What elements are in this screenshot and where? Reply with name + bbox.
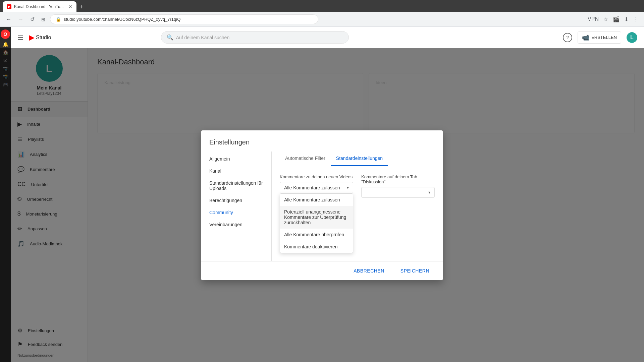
extension1-icon[interactable]: 🎬 [611, 15, 621, 24]
dropdown-selected-text: Alle Kommentare zulassen [284, 185, 340, 190]
user-avatar[interactable]: L [627, 32, 637, 43]
dropdown-menu: Alle Kommentare zulassen Potenziell unan… [280, 193, 353, 253]
modal-nav-allgemein[interactable]: Allgemein [201, 153, 271, 165]
cancel-button[interactable]: ABBRECHEN [348, 265, 390, 276]
settings-icon[interactable]: ⋮ [632, 15, 640, 24]
modal-nav-kanal[interactable]: Kanal [201, 165, 271, 177]
browser-action-icons: VPN ☆ 🎬 ⬇ ⋮ [586, 15, 640, 24]
comments-dropdown: Alle Kommentare zulassen ▾ Alle Kommenta… [280, 182, 353, 193]
modal-title: Einstellungen [209, 138, 435, 146]
comments-section: Kommentare zu deinen neuen Videos Alle K… [280, 174, 435, 250]
discussion-label: Kommentare auf deinem Tab "Diskussion" [361, 174, 435, 184]
extensions-button[interactable]: ⊞ [39, 15, 47, 23]
forward-button[interactable]: → [16, 15, 25, 24]
bookmark-icon[interactable]: ☆ [602, 15, 609, 24]
top-bar: ☰ ▶ Studio 🔍 Auf deinem Kanal suchen ? 📹… [11, 27, 644, 48]
extension2-icon[interactable]: ⬇ [623, 15, 630, 24]
search-placeholder: Auf deinem Kanal suchen [176, 35, 230, 40]
url-text: studio.youtube.com/channel/UCocN6zQPHQZ_… [64, 17, 180, 22]
bell-icon[interactable]: 🔔 [3, 42, 8, 47]
create-button[interactable]: 📹 ERSTELLEN [578, 32, 621, 44]
help-icon[interactable]: ? [563, 33, 572, 42]
modal-nav: Allgemein Kanal Standardeinstellungen fü… [201, 152, 272, 261]
modal-body: Allgemein Kanal Standardeinstellungen fü… [201, 146, 443, 261]
opera-logo-icon[interactable]: O [1, 29, 10, 39]
modal-header: Einstellungen [201, 130, 443, 146]
modal-dialog: Einstellungen Allgemein Kanal Standardei… [201, 130, 443, 280]
close-icon[interactable]: ✕ [68, 4, 72, 9]
tab-automatische-filter[interactable]: Automatische Filter [280, 152, 331, 166]
modal-nav-vereinbarungen[interactable]: Vereinbarungen [201, 219, 271, 231]
discussion-dropdown[interactable]: ▾ [361, 187, 435, 198]
save-button[interactable]: SPEICHERN [395, 265, 435, 276]
dropdown-option-3[interactable]: Alle Kommentare überprüfen [280, 229, 353, 241]
modal-nav-community[interactable]: Community [201, 206, 271, 219]
tab-standardeinstellungen[interactable]: Standardeinstellungen [331, 152, 388, 166]
reload-button[interactable]: ↺ [28, 15, 37, 24]
tab-title: Kanal-Dashboard - YouTu... [14, 4, 64, 9]
dropdown-option-2[interactable]: Potenziell unangemessene Kommentare zur … [280, 206, 353, 229]
camera-icon: 📹 [582, 34, 589, 41]
browser-nav: ← → ↺ ⊞ 🔒 studio.youtube.com/channel/UCo… [0, 12, 644, 27]
yt-studio-logo: ▶ Studio [29, 33, 51, 42]
dropdown-option-1[interactable]: Alle Kommentare zulassen [280, 194, 353, 206]
dropdown-trigger[interactable]: Alle Kommentare zulassen ▾ [280, 182, 353, 193]
discussion-col: Kommentare auf deinem Tab "Diskussion" ▾ [361, 174, 435, 250]
youtube-icon: ▶ [29, 33, 35, 42]
lock-icon: 🔒 [56, 17, 61, 22]
modal-tabs: Automatische Filter Standardeinstellunge… [280, 152, 435, 166]
tab-favicon: ▶ [7, 4, 11, 9]
search-icon: 🔍 [167, 34, 173, 41]
modal-nav-uploads[interactable]: Standardeinstellungen für Uploads [201, 177, 271, 194]
search-bar[interactable]: 🔍 Auf deinem Kanal suchen [161, 31, 349, 44]
studio-label: Studio [36, 35, 51, 41]
discussion-chevron-icon: ▾ [428, 190, 430, 195]
modal-footer: ABBRECHEN SPEICHERN [201, 261, 443, 280]
menu-icon[interactable]: ☰ [17, 34, 23, 42]
vpn-icon[interactable]: VPN [586, 15, 600, 24]
top-bar-actions: ? 📹 ERSTELLEN L [563, 32, 637, 44]
create-label: ERSTELLEN [591, 35, 617, 40]
dropdown-option-4[interactable]: Kommentare deaktivieren [280, 241, 353, 253]
new-tab-button[interactable]: + [76, 2, 87, 12]
modal-nav-berechtigungen[interactable]: Berechtigungen [201, 194, 271, 206]
new-videos-label: Kommentare zu deinen neuen Videos [280, 174, 353, 179]
app-container: O 🔔 🏠 ✉ 📷 📸 🎮 ☰ ▶ Studio 🔍 Auf deinem Ka… [0, 27, 644, 362]
browser-tab[interactable]: ▶ Kanal-Dashboard - YouTu... ✕ [3, 1, 76, 12]
new-videos-col: Kommentare zu deinen neuen Videos Alle K… [280, 174, 353, 250]
chevron-down-icon: ▾ [347, 185, 349, 190]
modal-content-panel: Automatische Filter Standardeinstellunge… [272, 152, 443, 261]
modal-overlay[interactable]: Einstellungen Allgemein Kanal Standardei… [0, 48, 644, 362]
back-button[interactable]: ← [4, 15, 13, 24]
browser-chrome: ▶ Kanal-Dashboard - YouTu... ✕ + [0, 0, 644, 12]
address-bar[interactable]: 🔒 studio.youtube.com/channel/UCocN6zQPHQ… [50, 14, 318, 24]
